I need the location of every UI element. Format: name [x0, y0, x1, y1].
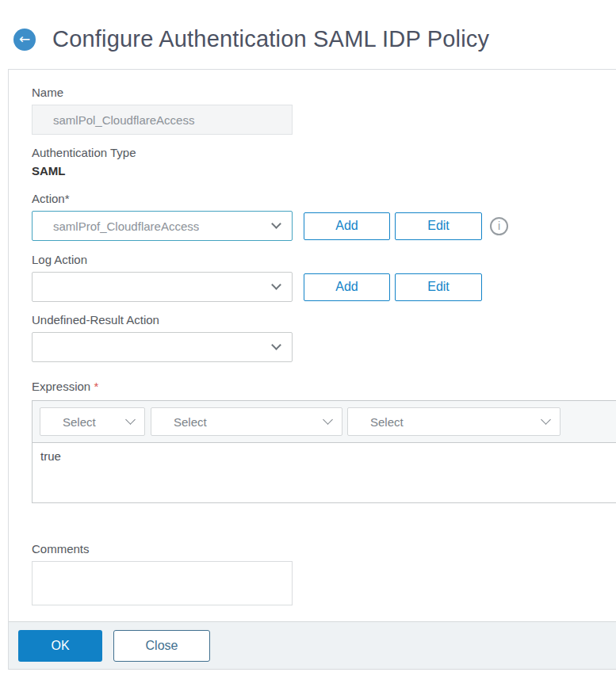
action-add-button[interactable]: Add: [304, 212, 390, 240]
page-title: Configure Authentication SAML IDP Policy: [52, 26, 489, 52]
action-label: Action*: [32, 193, 616, 205]
info-icon[interactable]: i: [490, 217, 508, 235]
form-fields: Name Authentication Type SAML Action* sa…: [9, 70, 616, 605]
arrow-left-icon: ←: [19, 32, 30, 46]
expression-label-text: Expression: [32, 380, 90, 393]
log-action-add-button[interactable]: Add: [304, 273, 390, 301]
expression-textarea[interactable]: true: [33, 443, 616, 502]
undefined-result-label: Undefined-Result Action: [32, 314, 616, 326]
chevron-down-icon: [271, 280, 281, 290]
comments-textarea[interactable]: [32, 561, 293, 605]
expression-select-2[interactable]: Select: [151, 407, 342, 436]
expression-select-1[interactable]: Select: [40, 407, 145, 436]
expression-label: Expression *: [32, 380, 616, 393]
log-action-dropdown[interactable]: [32, 272, 293, 302]
page-header: ← Configure Authentication SAML IDP Poli…: [0, 0, 616, 52]
config-panel: Name Authentication Type SAML Action* sa…: [8, 69, 616, 670]
log-action-edit-button[interactable]: Edit: [395, 273, 482, 301]
chevron-down-icon: [271, 219, 281, 229]
log-action-row: Add Edit: [32, 272, 616, 302]
chevron-down-icon: [541, 414, 551, 425]
expression-select-3-value: Select: [370, 415, 404, 429]
expression-builder: Select Select Select true: [32, 400, 616, 503]
log-action-label: Log Action: [32, 254, 616, 266]
undefined-result-dropdown[interactable]: [32, 332, 293, 362]
close-button[interactable]: Close: [113, 630, 210, 662]
required-asterisk: *: [94, 380, 98, 393]
action-dropdown[interactable]: samlProf_CloudflareAccess: [32, 211, 293, 241]
expression-select-1-value: Select: [63, 415, 96, 429]
name-input: [32, 105, 293, 135]
back-button[interactable]: ←: [13, 29, 36, 51]
action-row: samlProf_CloudflareAccess Add Edit i: [32, 211, 616, 241]
comments-label: Comments: [32, 543, 616, 556]
expression-select-2-value: Select: [174, 415, 207, 429]
footer-bar: OK Close: [9, 621, 616, 670]
action-dropdown-value: samlProf_CloudflareAccess: [53, 220, 199, 233]
name-label: Name: [32, 86, 616, 99]
expression-toolbar: Select Select Select: [33, 401, 616, 443]
auth-type-label: Authentication Type: [32, 147, 616, 159]
chevron-down-icon: [271, 340, 281, 350]
undefined-result-row: [32, 332, 616, 362]
action-edit-button[interactable]: Edit: [395, 212, 482, 240]
expression-select-3[interactable]: Select: [347, 407, 561, 436]
chevron-down-icon: [125, 414, 136, 425]
auth-type-value: SAML: [32, 165, 616, 178]
chevron-down-icon: [323, 414, 333, 425]
ok-button[interactable]: OK: [18, 630, 102, 662]
